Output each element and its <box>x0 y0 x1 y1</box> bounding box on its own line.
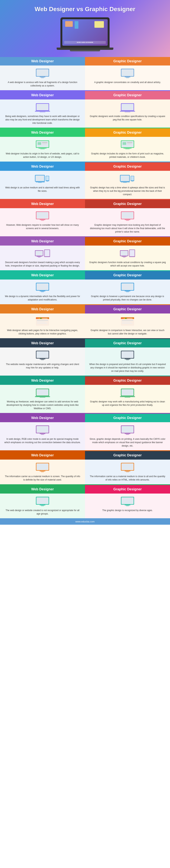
svg-point-102 <box>123 318 125 319</box>
web-header-label-4: Web Designer <box>31 164 54 168</box>
svg-rect-142 <box>41 471 44 472</box>
web-text-1: A web designer is anxious with how all f… <box>4 81 81 87</box>
svg-rect-59 <box>122 212 133 218</box>
laptop-screen: WORK HARD ANYWHERE <box>62 19 108 46</box>
web-header-12: Web Designer <box>0 451 85 460</box>
svg-rect-155 <box>122 497 133 504</box>
svg-point-103 <box>125 318 126 319</box>
svg-rect-66 <box>38 257 40 258</box>
web-header-2: Web Designer <box>0 91 85 99</box>
web-text-11: In web design, RGB color mode is used as… <box>4 437 81 444</box>
svg-rect-65 <box>37 256 42 257</box>
page-header: Web Designer vs Graphic Designer WORK HA… <box>0 0 170 57</box>
svg-rect-8 <box>125 76 130 78</box>
web-content-7: We design is a dynamic intermediate whic… <box>0 280 85 304</box>
svg-rect-17 <box>122 104 133 110</box>
footer-url: www.educba.com <box>75 520 95 523</box>
web-text-10: Working as freelancer, web designer can … <box>4 400 81 410</box>
section-header-row-8: Web Designer Graphic Designer <box>0 305 170 313</box>
graphic-icon-4 <box>120 174 135 184</box>
content-row-4: Web design is an active medium and is al… <box>0 171 170 199</box>
svg-rect-150 <box>37 497 48 504</box>
graphic-content-9: When the design is prepared and printed … <box>85 347 170 376</box>
svg-rect-105 <box>122 320 133 321</box>
graphic-header-label-4: Graphic Designer <box>113 164 142 168</box>
web-header-label-12: Web Designer <box>31 453 54 457</box>
section-header-row-12: Web Designer Graphic Designer <box>0 451 170 460</box>
graphic-text-10: Graphic designer may work with a manufac… <box>89 400 166 407</box>
section-header-row-6: Web Designer Graphic Designer <box>0 237 170 246</box>
laptop-base <box>57 48 113 50</box>
laptop-stand <box>70 50 100 51</box>
web-header-8: Web Designer <box>0 305 85 313</box>
web-text-6: Descent web designers function toward ma… <box>4 261 81 268</box>
web-icon-9 <box>35 350 50 361</box>
svg-rect-127 <box>125 397 130 398</box>
svg-rect-73 <box>122 256 127 257</box>
svg-rect-116 <box>125 359 130 359</box>
web-content-1: A web designer is anxious with how all f… <box>0 65 85 90</box>
svg-rect-106 <box>122 321 130 322</box>
svg-rect-85 <box>122 283 133 290</box>
section-header-row-9: Web Designer Graphic Designer <box>0 339 170 347</box>
web-icon-11 <box>35 425 50 435</box>
content-row-7: We design is a dynamic intermediate whic… <box>0 280 170 304</box>
svg-rect-33 <box>122 142 126 145</box>
web-text-3: Web designer includes its origin in the … <box>4 152 81 159</box>
graphic-text-5: Graphic designer may implement nice-look… <box>89 223 166 234</box>
svg-rect-117 <box>126 359 129 360</box>
graphic-header-label-8: Graphic Designer <box>113 307 142 311</box>
svg-rect-147 <box>126 471 129 472</box>
content-row-13: The web design or website created is not… <box>0 494 170 518</box>
svg-rect-115 <box>122 351 133 358</box>
svg-rect-156 <box>125 505 130 505</box>
svg-rect-120 <box>37 390 48 395</box>
graphic-icon-5 <box>120 211 135 221</box>
content-row-8: Web designer allows web pages for to be … <box>0 313 170 338</box>
svg-rect-111 <box>40 359 45 359</box>
svg-rect-74 <box>123 257 125 258</box>
web-header-5: Web Designer <box>0 200 85 208</box>
svg-point-101 <box>122 318 123 319</box>
svg-rect-145 <box>122 464 133 470</box>
web-header-label-3: Web Designer <box>31 131 54 134</box>
graphic-icon-12 <box>120 462 135 473</box>
svg-rect-152 <box>41 505 44 506</box>
web-header-3: Web Designer <box>0 128 85 137</box>
graphic-text-4: Graphic design has only a time when it u… <box>89 186 166 196</box>
footer: www.educba.com <box>0 518 170 525</box>
content-row-12: The information carrier as a material me… <box>0 460 170 484</box>
svg-rect-4 <box>41 78 44 78</box>
svg-rect-13 <box>35 111 50 112</box>
svg-rect-55 <box>40 219 45 220</box>
svg-rect-146 <box>125 471 130 471</box>
graphic-header-5: Graphic Designer <box>85 200 170 208</box>
section-header-row-3: Web Designer Graphic Designer <box>0 128 170 137</box>
graphic-content-7: Graphic design is however a permanent on… <box>85 280 170 304</box>
graphic-header-13: Graphic Designer <box>85 485 170 494</box>
web-header-label-10: Web Designer <box>31 379 54 382</box>
graphic-text-1: A graphic designer concentrates on creat… <box>94 81 161 84</box>
svg-rect-9 <box>126 78 129 78</box>
sections-container: Web Designer Graphic Designer A web desi… <box>0 57 170 518</box>
svg-rect-12 <box>37 104 48 110</box>
laptop-screen-text: WORK HARD ANYWHERE <box>77 42 93 43</box>
svg-rect-95 <box>37 320 48 321</box>
svg-rect-19 <box>125 112 130 112</box>
graphic-content-6: Graphic designers function inside actual… <box>85 246 170 270</box>
web-header-label-2: Web Designer <box>31 93 54 97</box>
graphic-header-3: Graphic Designer <box>85 128 170 137</box>
section-header-row-2: Web Designer Graphic Designer <box>0 91 170 99</box>
graphic-content-10: Graphic designer may work with a manufac… <box>85 385 170 413</box>
svg-rect-72 <box>121 251 128 255</box>
content-row-11: In web design, RGB color mode is used as… <box>0 422 170 450</box>
svg-rect-125 <box>122 390 133 395</box>
graphic-icon-6 <box>120 248 135 259</box>
svg-rect-90 <box>36 319 49 326</box>
svg-rect-96 <box>37 321 45 322</box>
graphic-header-4: Graphic Designer <box>85 162 170 171</box>
svg-rect-39 <box>36 182 45 182</box>
web-content-9: The website needs regular maintenance wi… <box>0 347 85 376</box>
graphic-header-label-6: Graphic Designer <box>113 239 142 243</box>
web-header-1: Web Designer <box>0 57 85 65</box>
